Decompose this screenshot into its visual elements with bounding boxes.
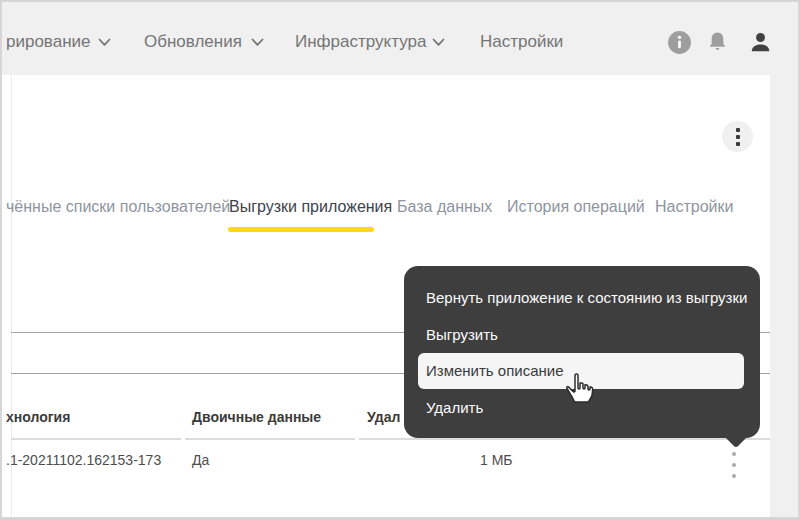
menu-item-edit-description[interactable]: Изменить описание bbox=[418, 353, 744, 389]
menu-item-export[interactable]: Выгрузить bbox=[404, 316, 760, 353]
column-header-binary-data: Двоичные данные bbox=[192, 409, 321, 425]
column-header-technology: хнология bbox=[6, 409, 70, 425]
bell-icon[interactable] bbox=[705, 30, 730, 55]
tab-operation-history[interactable]: История операций bbox=[507, 198, 645, 216]
tab-settings[interactable]: Настройки bbox=[655, 198, 733, 216]
cell-size: 1 МБ bbox=[480, 452, 513, 468]
nav-item-settings[interactable]: Настройки bbox=[480, 32, 563, 52]
kebab-dot bbox=[732, 452, 736, 456]
kebab-dot bbox=[736, 135, 740, 139]
tab-disabled-user-lists[interactable]: чённые списки пользователей bbox=[6, 198, 230, 216]
panel-left-edge bbox=[11, 75, 12, 517]
context-menu: Вернуть приложение к состоянию из выгруз… bbox=[404, 266, 760, 438]
nav-item-infrastructure[interactable]: Инфраструктура bbox=[295, 32, 426, 52]
menu-item-delete[interactable]: Удалить bbox=[404, 389, 760, 426]
column-header-deleted: Удал bbox=[367, 409, 400, 425]
right-gutter bbox=[770, 75, 798, 517]
content-area: чённые списки пользователей Выгрузки при… bbox=[2, 75, 798, 517]
kebab-dot bbox=[736, 128, 740, 132]
kebab-dot bbox=[732, 474, 736, 478]
header-border-segment bbox=[359, 438, 770, 440]
active-tab-underline bbox=[228, 227, 374, 232]
card-actions-kebab-button[interactable] bbox=[722, 121, 753, 152]
nav-item-administration[interactable]: рирование bbox=[6, 32, 91, 52]
header-border-segment bbox=[11, 438, 181, 440]
top-navbar: рирование Обновления Инфраструктура Наст… bbox=[2, 2, 798, 75]
kebab-dot bbox=[736, 142, 740, 146]
row-actions-kebab-button[interactable] bbox=[726, 452, 742, 482]
chevron-down-icon bbox=[98, 38, 111, 47]
app-window: рирование Обновления Инфраструктура Наст… bbox=[0, 0, 800, 519]
chevron-down-icon bbox=[251, 38, 264, 47]
info-icon[interactable] bbox=[667, 30, 692, 55]
nav-item-updates[interactable]: Обновления bbox=[144, 32, 242, 52]
cell-technology: .1-20211102.162153-173 bbox=[6, 452, 161, 468]
chevron-down-icon bbox=[432, 38, 445, 47]
tab-database[interactable]: База данных bbox=[397, 198, 492, 216]
menu-item-restore-application[interactable]: Вернуть приложение к состоянию из выгруз… bbox=[404, 279, 760, 316]
user-icon[interactable] bbox=[748, 30, 773, 55]
tab-application-exports[interactable]: Выгрузки приложения bbox=[229, 198, 392, 216]
kebab-dot bbox=[732, 463, 736, 467]
header-border-segment bbox=[185, 438, 355, 440]
cell-binary-data: Да bbox=[192, 452, 209, 468]
